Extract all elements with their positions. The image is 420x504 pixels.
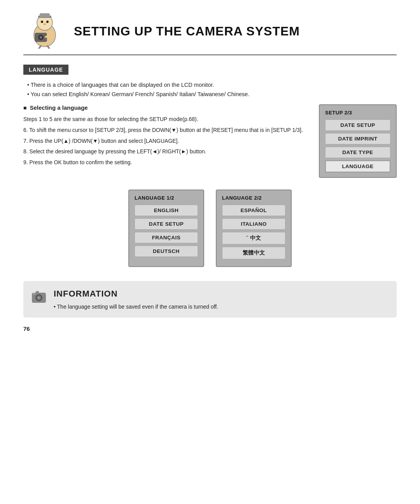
information-box: INFORMATION The language setting will be…	[23, 281, 397, 318]
svg-line-13	[47, 46, 49, 49]
svg-point-10	[40, 37, 42, 38]
step-3: 8. Select the desired language by pressi…	[23, 147, 307, 156]
info-icon	[30, 287, 47, 308]
lang2-item-1: ITALIANO	[222, 218, 285, 230]
lang1-item-3: DEUTSCH	[135, 246, 198, 257]
selecting-language-section: Selecting a language Steps 1 to 5 are th…	[23, 104, 397, 178]
bullet-2: You can select English/ Korean/ German/ …	[27, 91, 397, 97]
language-boxes-row: LANGUAGE 1/2 ENGLISH DATE SETUP FRANÇAIS…	[23, 190, 397, 267]
setup-menu-item-3: LANGUAGE	[325, 160, 390, 172]
svg-point-17	[38, 297, 40, 299]
setup-menu-box: SETUP 2/3 DATE SETUP DATE IMPRINT DATE T…	[319, 104, 397, 178]
page-header: SETTING UP THE CAMERA SYSTEM	[23, 12, 397, 51]
svg-point-6	[44, 23, 46, 25]
svg-rect-19	[33, 293, 35, 294]
steps-text: Steps 1 to 5 are the same as those for s…	[23, 115, 307, 167]
step-0: Steps 1 to 5 are the same as those for s…	[23, 115, 307, 124]
svg-line-12	[39, 46, 41, 49]
page-number: 76	[23, 325, 397, 332]
svg-point-5	[46, 21, 49, 23]
step-1: 6. To shift the menu cursor to [SETUP 2/…	[23, 126, 307, 135]
lang1-title: LANGUAGE 1/2	[135, 195, 198, 201]
language-section-label: LANGUAGE	[23, 65, 68, 75]
step-2: 7. Press the UP(▲) /DOWN(▼) button and s…	[23, 137, 307, 146]
language-menu-2: LANGUAGE 2/2 ESPAÑOL ITALIANO ˝ 中文 繁體中文	[216, 190, 292, 267]
info-content: INFORMATION The language setting will be…	[54, 289, 387, 310]
lang2-item-0: ESPAÑOL	[222, 205, 285, 216]
setup-menu-item-0: DATE SETUP	[325, 119, 390, 131]
lang2-title: LANGUAGE 2/2	[222, 195, 285, 201]
setup-menu-item-1: DATE IMPRINT	[325, 133, 390, 144]
page-title: SETTING UP THE CAMERA SYSTEM	[74, 24, 300, 39]
svg-point-4	[41, 21, 43, 23]
header-divider	[23, 54, 397, 55]
step-4: 9. Press the OK button to confirm the se…	[23, 158, 307, 167]
setup-menu-item-2: DATE TYPE	[325, 147, 390, 158]
svg-rect-18	[36, 291, 39, 293]
lang1-item-0: ENGLISH	[135, 205, 198, 216]
lang1-item-1: DATE SETUP	[135, 218, 198, 230]
steps-column: Selecting a language Steps 1 to 5 are th…	[23, 104, 307, 169]
lang1-item-2: FRANÇAIS	[135, 232, 198, 243]
svg-rect-3	[40, 13, 50, 17]
language-menu-1: LANGUAGE 1/2 ENGLISH DATE SETUP FRANÇAIS…	[128, 190, 204, 267]
bullet-1: There is a choice of languages that can …	[27, 82, 397, 88]
setup-menu-title: SETUP 2/3	[325, 110, 390, 116]
lang2-item-2: ˝ 中文	[222, 232, 285, 244]
info-bullet: The language setting will be saved even …	[54, 304, 387, 310]
sub-heading: Selecting a language	[23, 104, 307, 111]
lang2-item-3: 繁體中文	[222, 247, 285, 259]
header-illustration	[23, 12, 70, 51]
info-title: INFORMATION	[54, 289, 387, 299]
